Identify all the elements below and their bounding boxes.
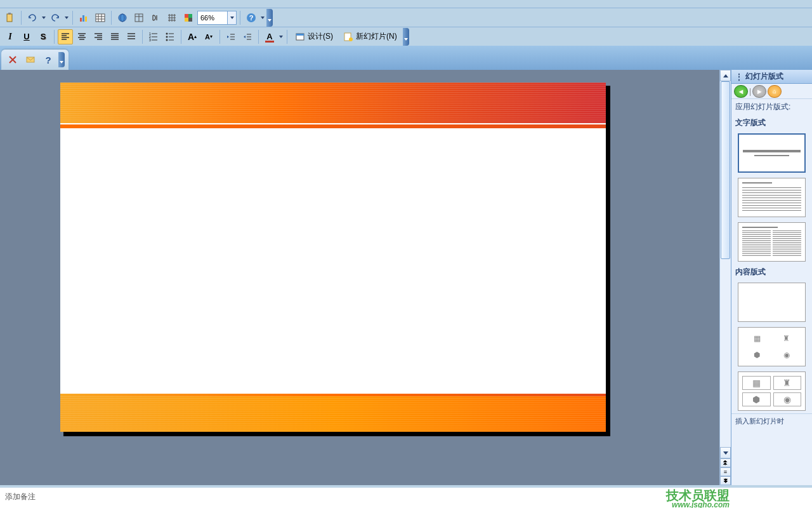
formatting-toolbar: I U S 123 A▴ A▾ A 设计(S) 新幻灯片(N) xyxy=(0,27,812,46)
menu-bar xyxy=(0,0,812,8)
layout-title-slide[interactable] xyxy=(738,133,806,173)
text-layouts-section: 文字版式 xyxy=(731,115,812,131)
svg-point-53 xyxy=(166,36,168,37)
delete-comment-icon[interactable] xyxy=(5,52,20,67)
svg-point-67 xyxy=(349,37,353,41)
layout-list xyxy=(731,131,812,264)
shadow-icon[interactable]: S xyxy=(36,29,51,44)
svg-rect-23 xyxy=(185,18,188,22)
decrease-font-icon[interactable]: A▾ xyxy=(201,29,216,44)
distributed-icon[interactable] xyxy=(124,29,139,44)
task-footer-label: 插入新幻灯片时 xyxy=(731,413,812,429)
align-left-icon[interactable] xyxy=(58,29,73,44)
reviewing-toolbar-options[interactable] xyxy=(58,52,65,67)
scroll-thumb[interactable] xyxy=(721,81,730,259)
svg-rect-2 xyxy=(80,18,82,22)
chart-icon[interactable] xyxy=(76,10,91,25)
next-slide-icon[interactable]: ⯯ xyxy=(720,476,731,485)
main-area: ⯭ ≡ ⯯ ⋮ 幻灯片版式 ◄ | ► ⌂ 应用幻灯片版式: 文字版式 xyxy=(0,70,812,485)
slide-header-bar xyxy=(60,123,606,128)
slide-body[interactable] xyxy=(60,128,606,394)
italic-icon[interactable]: I xyxy=(3,29,18,44)
reviewing-toolbar-area: ? xyxy=(0,46,812,70)
layout-blank[interactable] xyxy=(738,283,806,322)
numbering-icon[interactable]: 123 xyxy=(146,29,161,44)
layout-content[interactable]: ▦♜ ⬢◉ xyxy=(738,327,806,366)
task-pane-nav: ◄ | ► ⌂ xyxy=(731,84,812,99)
new-slide-label: 新幻灯片(N) xyxy=(356,31,397,42)
help-icon[interactable]: ? xyxy=(244,10,259,25)
redo-dropdown[interactable] xyxy=(64,11,69,25)
content-layouts-section: 内容版式 xyxy=(731,264,812,280)
align-center-icon[interactable] xyxy=(74,29,89,44)
help-dropdown[interactable] xyxy=(260,11,265,25)
slide-header-stripe xyxy=(60,83,606,123)
table-icon[interactable] xyxy=(93,10,108,25)
svg-point-54 xyxy=(166,39,168,41)
standard-toolbar: ? xyxy=(0,8,812,27)
scroll-track[interactable] xyxy=(720,81,731,447)
slide-canvas[interactable] xyxy=(60,83,606,432)
svg-point-10 xyxy=(119,14,126,22)
increase-font-icon[interactable]: A▴ xyxy=(185,29,200,44)
svg-rect-3 xyxy=(82,15,84,22)
slide-editor[interactable] xyxy=(0,70,719,485)
vertical-scrollbar[interactable]: ⯭ ≡ ⯯ xyxy=(719,70,731,485)
zoom-input[interactable] xyxy=(198,11,227,24)
svg-rect-4 xyxy=(85,17,87,22)
scroll-up[interactable] xyxy=(720,70,731,81)
hyperlink-icon[interactable] xyxy=(115,10,130,25)
font-color-icon[interactable]: A xyxy=(262,29,277,44)
task-back-icon[interactable]: ◄ xyxy=(734,85,748,98)
svg-rect-21 xyxy=(185,14,188,18)
task-pane-title[interactable]: ⋮ 幻灯片版式 xyxy=(731,70,812,84)
content-layout-list: ▦♜ ⬢◉ ▦♜ ⬢◉ xyxy=(731,280,812,413)
prev-slide-icon[interactable]: ⯭ xyxy=(720,458,731,467)
task-home-icon[interactable]: ⌂ xyxy=(768,85,782,98)
notes-placeholder: 添加备注 xyxy=(5,492,36,501)
new-slide-button[interactable]: 新幻灯片(N) xyxy=(339,29,402,44)
grid-icon[interactable] xyxy=(164,10,180,25)
svg-rect-65 xyxy=(296,34,304,36)
svg-text:3: 3 xyxy=(149,38,151,42)
font-color-dropdown[interactable] xyxy=(278,30,284,44)
increase-indent-icon[interactable] xyxy=(240,29,255,44)
svg-text:?: ? xyxy=(249,14,254,22)
svg-point-52 xyxy=(166,32,168,34)
layout-bulleted-list[interactable] xyxy=(738,178,806,217)
task-pane: ⋮ 幻灯片版式 ◄ | ► ⌂ 应用幻灯片版式: 文字版式 xyxy=(731,70,812,485)
bullets-icon[interactable] xyxy=(162,29,178,44)
svg-rect-22 xyxy=(188,14,192,18)
svg-rect-0 xyxy=(7,14,12,22)
layout-two-column[interactable] xyxy=(738,222,806,262)
design-button[interactable]: 设计(S) xyxy=(291,29,337,44)
toolbar-options[interactable] xyxy=(266,9,273,27)
watermark-url: www.jsgho.com xyxy=(672,500,730,508)
scroll-down[interactable] xyxy=(720,447,731,458)
show-hide-icon[interactable] xyxy=(148,10,163,25)
formatting-toolbar-options[interactable] xyxy=(403,28,409,46)
svg-rect-1 xyxy=(8,13,11,15)
align-justify-icon[interactable] xyxy=(107,29,122,44)
layout-four-content[interactable]: ▦♜ ⬢◉ xyxy=(738,371,806,411)
undo-dropdown[interactable] xyxy=(41,11,46,25)
zoom-dropdown[interactable] xyxy=(227,11,236,24)
svg-rect-5 xyxy=(96,14,105,22)
task-forward-icon[interactable]: ► xyxy=(752,85,766,98)
slide-footer-stripe xyxy=(60,396,606,432)
undo-icon[interactable] xyxy=(25,10,40,25)
zoom-combo[interactable] xyxy=(197,11,237,25)
design-label: 设计(S) xyxy=(308,31,333,42)
nav-menu-icon[interactable]: ≡ xyxy=(720,467,731,476)
tables-borders-icon[interactable] xyxy=(131,10,147,25)
align-right-icon[interactable] xyxy=(91,29,106,44)
decrease-indent-icon[interactable] xyxy=(223,29,239,44)
mail-icon[interactable] xyxy=(23,52,38,67)
reviewing-toolbar: ? xyxy=(1,50,69,70)
underline-icon[interactable]: U xyxy=(19,29,34,44)
paste-icon[interactable] xyxy=(3,10,18,25)
svg-rect-24 xyxy=(188,18,192,22)
sub-help-icon[interactable]: ? xyxy=(41,52,56,67)
redo-icon[interactable] xyxy=(48,10,63,25)
color-icon[interactable] xyxy=(181,10,196,25)
